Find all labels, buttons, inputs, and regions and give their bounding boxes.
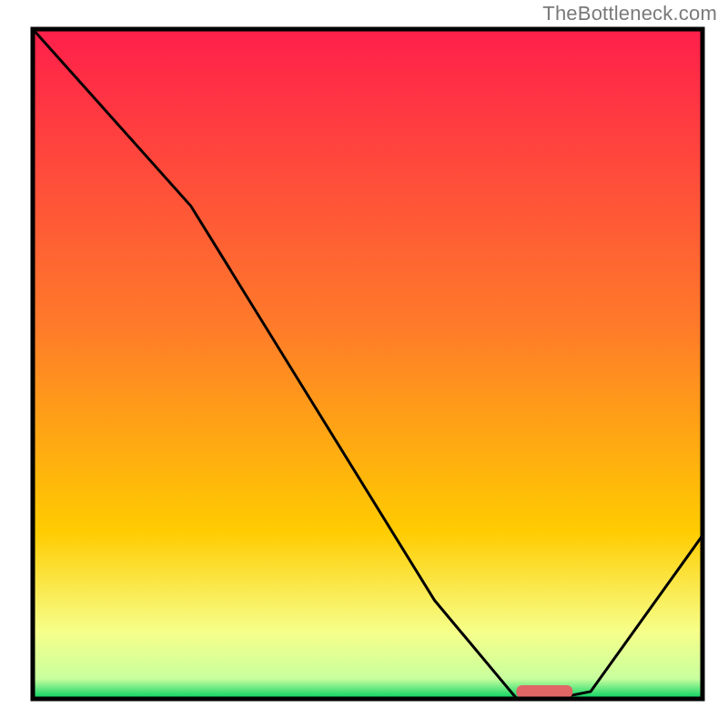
chart-svg — [0, 0, 728, 728]
plot-background-gradient — [33, 29, 703, 699]
chart-container: TheBottleneck.com — [0, 0, 728, 728]
highlight-bar — [516, 685, 572, 698]
